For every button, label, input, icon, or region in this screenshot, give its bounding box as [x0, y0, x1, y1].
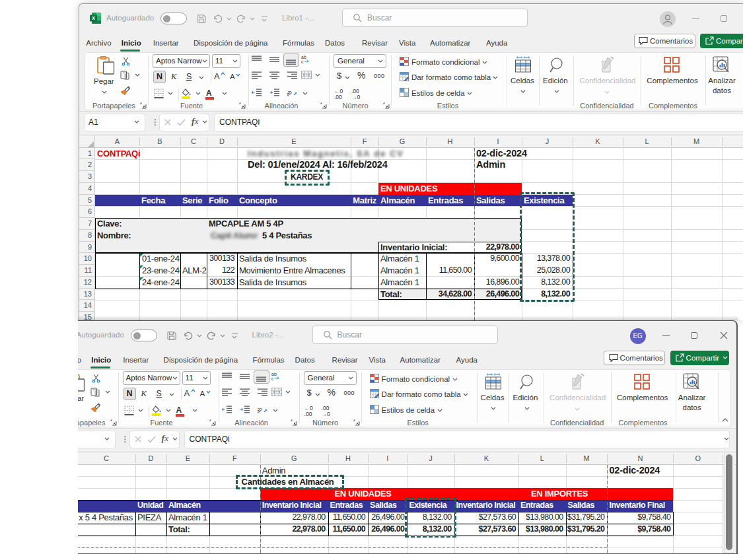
svg-text:c: c	[271, 376, 274, 380]
svg-text:c: c	[301, 59, 304, 63]
svg-text:x: x	[92, 15, 95, 21]
svg-text:ab: ab	[287, 88, 293, 96]
svg-text:ab: ab	[301, 55, 306, 59]
svg-text:ab: ab	[258, 405, 264, 413]
svg-text:ab: ab	[271, 372, 277, 376]
